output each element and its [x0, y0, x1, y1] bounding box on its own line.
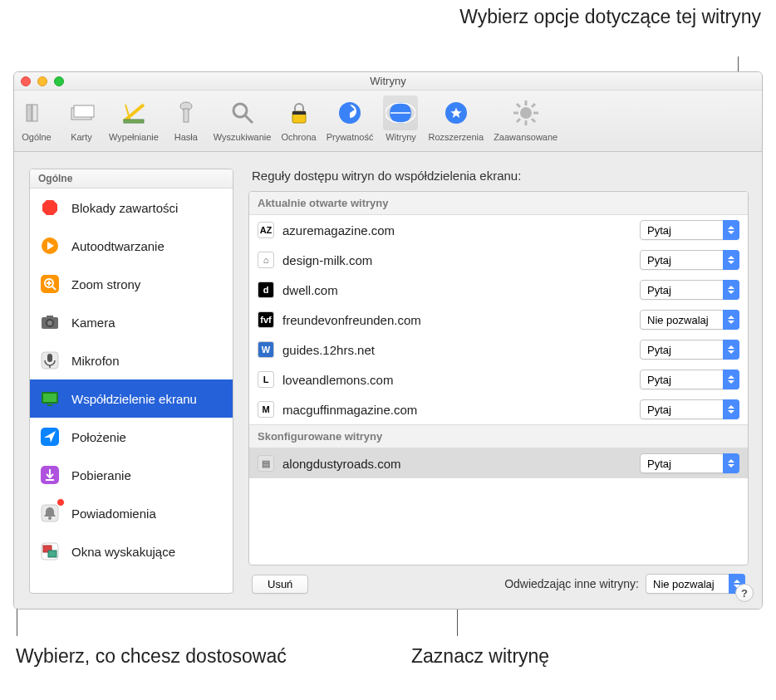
permission-select[interactable]: PytajNie pozwalajPozwól	[640, 250, 739, 270]
badge-dot	[56, 498, 65, 507]
open-sites-rows: AZazuremagazine.comPytajNie pozwalajPozw…	[249, 215, 748, 424]
configured-sites-rows: ▤alongdustyroads.comPytajNie pozwalajPoz…	[249, 448, 748, 478]
svg-rect-35	[47, 316, 53, 318]
permission-select[interactable]: PytajNie pozwalajPozwól	[640, 370, 739, 389]
toolbar-icon	[282, 95, 317, 130]
permission-select[interactable]: PytajNie pozwalajPozwól	[640, 340, 739, 360]
toolbar-label: Karty	[71, 132, 92, 142]
bottom-bar: Usuń Odwiedzając inne witryny: PytajNie …	[248, 565, 749, 594]
sidebar-item-label: Powiadomienia	[71, 507, 156, 521]
toolbar: OgólneKartyWypełnianieHasłaWyszukiwanieO…	[14, 91, 762, 152]
callout-bottom-left: Wybierz, co chcesz dostosować	[16, 644, 287, 668]
group-header-configured: Skonfigurowane witryny	[249, 424, 748, 448]
mic-icon	[37, 347, 63, 374]
svg-rect-1	[32, 105, 37, 121]
remove-button[interactable]: Usuń	[252, 575, 308, 594]
toolbar-item-prywatność[interactable]: Prywatność	[322, 95, 379, 151]
toolbar-item-zaawansowane[interactable]: Zaawansowane	[489, 95, 562, 151]
favicon-icon: L	[258, 371, 274, 388]
permission-select[interactable]: PytajNie pozwalajPozwól	[640, 399, 739, 419]
site-name: dwell.com	[282, 283, 631, 297]
sidebar-item-popup[interactable]: Okna wyskakujące	[30, 532, 233, 570]
sidebar-item-mic[interactable]: Mikrofon	[30, 341, 233, 379]
toolbar-icon	[508, 95, 543, 130]
sidebar-item-download[interactable]: Pobieranie	[30, 456, 233, 494]
toolbar-item-ogólne[interactable]: Ogólne	[14, 95, 59, 151]
sidebar-item-screen[interactable]: Współdzielenie ekranu	[30, 379, 233, 418]
toolbar-item-witryny[interactable]: Witryny	[378, 95, 423, 151]
sidebar-item-label: Położenie	[71, 430, 126, 444]
svg-point-46	[48, 516, 52, 520]
main-content: Reguły dostępu witryn do współdzielenia …	[248, 169, 749, 594]
site-name: freundevonfreunden.com	[282, 313, 631, 327]
site-row[interactable]: AZazuremagazine.comPytajNie pozwalajPozw…	[249, 215, 748, 245]
site-name: azuremagazine.com	[282, 223, 631, 237]
toolbar-item-ochrona[interactable]: Ochrona	[276, 95, 321, 151]
site-name: alongdustyroads.com	[282, 457, 631, 471]
svg-line-21	[532, 119, 535, 122]
callout-top-right: Wybierz opcje dotyczące tej witryny	[459, 5, 761, 29]
svg-point-34	[47, 321, 52, 326]
svg-rect-6	[184, 109, 189, 122]
site-row[interactable]: ⌂design-milk.comPytajNie pozwalajPozwól	[249, 245, 748, 275]
toolbar-label: Prywatność	[327, 132, 374, 142]
sidebar-item-notify[interactable]: Powiadomienia	[30, 494, 233, 532]
panel-title: Reguły dostępu witryn do współdzielenia …	[248, 169, 749, 191]
sidebar: Ogólne Blokady zawartościAutoodtwarzanie…	[29, 169, 233, 594]
toolbar-item-wypełnianie[interactable]: Wypełnianie	[104, 95, 164, 151]
sidebar-item-location[interactable]: Położenie	[30, 418, 233, 456]
site-row[interactable]: Wguides.12hrs.netPytajNie pozwalajPozwól	[249, 335, 748, 365]
camera-icon	[37, 309, 63, 335]
sidebar-item-label: Współdzielenie ekranu	[71, 392, 197, 406]
svg-rect-0	[27, 105, 32, 121]
other-sites-select[interactable]: PytajNie pozwalajPozwól	[646, 574, 745, 594]
svg-marker-24	[42, 200, 57, 215]
favicon-icon: W	[258, 341, 274, 358]
permission-select[interactable]: PytajNie pozwalajPozwól	[640, 280, 739, 300]
site-row[interactable]: ddwell.comPytajNie pozwalajPozwól	[249, 275, 748, 305]
toolbar-item-wyszukiwanie[interactable]: Wyszukiwanie	[209, 95, 277, 151]
toolbar-item-karty[interactable]: Karty	[59, 95, 104, 151]
sidebar-item-stop[interactable]: Blokady zawartości	[30, 188, 233, 227]
callout-bottom-center: Zaznacz witrynę	[411, 644, 549, 668]
toolbar-icon	[19, 95, 54, 130]
permission-select[interactable]: PytajNie pozwalajPozwól	[640, 310, 739, 330]
site-row[interactable]: ▤alongdustyroads.comPytajNie pozwalajPoz…	[249, 448, 748, 478]
site-row[interactable]: fvffreundevonfreunden.comPytajNie pozwal…	[249, 305, 748, 335]
site-name: loveandlemons.com	[282, 373, 631, 387]
sidebar-item-label: Zoom strony	[71, 277, 140, 291]
toolbar-item-rozszerzenia[interactable]: Rozszerzenia	[423, 95, 489, 151]
site-name: design-milk.com	[282, 253, 631, 267]
group-header-open: Aktualnie otwarte witryny	[249, 192, 748, 215]
toolbar-label: Witryny	[386, 132, 416, 142]
svg-line-22	[517, 119, 520, 122]
svg-point-14	[454, 110, 459, 115]
svg-line-8	[245, 115, 253, 123]
favicon-icon: AZ	[258, 222, 274, 238]
toolbar-item-hasła[interactable]: Hasła	[164, 95, 209, 151]
sidebar-item-camera[interactable]: Kamera	[30, 303, 233, 341]
site-row[interactable]: Lloveandlemons.comPytajNie pozwalajPozwó…	[249, 365, 748, 394]
permission-select[interactable]: PytajNie pozwalajPozwól	[640, 453, 739, 473]
toolbar-label: Wyszukiwanie	[214, 132, 272, 142]
site-row[interactable]: Mmacguffinmagazine.comPytajNie pozwalajP…	[249, 394, 748, 424]
sites-panel: Aktualnie otwarte witryny AZazuremagazin…	[248, 191, 749, 565]
sidebar-item-label: Okna wyskakujące	[71, 545, 175, 559]
toolbar-label: Ogólne	[22, 132, 51, 142]
svg-point-15	[520, 107, 532, 119]
sidebar-item-play[interactable]: Autoodtwarzanie	[30, 227, 233, 265]
svg-point-7	[233, 104, 247, 117]
toolbar-label: Ochrona	[281, 132, 316, 142]
download-icon	[37, 462, 63, 488]
sidebar-item-label: Blokady zawartości	[71, 201, 178, 215]
help-button[interactable]: ?	[735, 584, 754, 602]
sidebar-item-label: Autoodtwarzanie	[71, 239, 165, 253]
sidebar-list: Blokady zawartościAutoodtwarzanieZoom st…	[30, 188, 233, 593]
svg-rect-49	[48, 551, 56, 557]
permission-select[interactable]: PytajNie pozwalajPozwól	[640, 220, 739, 240]
favicon-icon: d	[258, 281, 274, 298]
sidebar-item-zoom[interactable]: Zoom strony	[30, 265, 233, 303]
popup-icon	[37, 538, 63, 565]
svg-line-20	[517, 104, 520, 107]
stop-icon	[37, 194, 63, 221]
